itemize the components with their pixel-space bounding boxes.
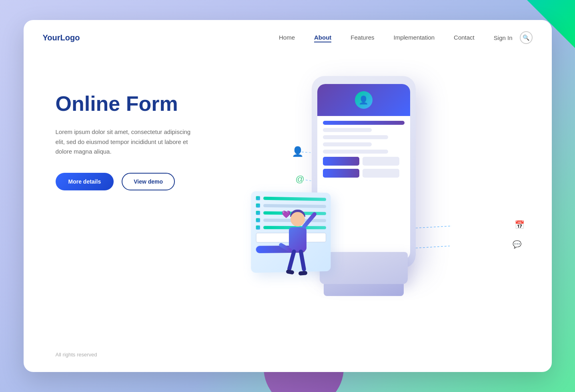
char-leg-left: [286, 249, 296, 272]
navbar: YourLogo Home About Features Implementat…: [24, 20, 552, 44]
phone-pedestal: [320, 252, 408, 284]
char-body: [289, 227, 307, 251]
phone-avatar: [355, 91, 373, 109]
form-check-2: [256, 204, 260, 208]
nav-item-home[interactable]: Home: [279, 34, 295, 41]
phone-field-1: [323, 121, 405, 125]
char-head: [291, 212, 305, 226]
phone-field-3: [323, 135, 388, 139]
search-icon: 🔍: [523, 34, 529, 41]
form-check-1: [256, 196, 260, 200]
logo: YourLogo: [43, 33, 80, 42]
form-line-1: [263, 197, 326, 201]
more-details-button[interactable]: More details: [56, 173, 114, 190]
nav-link-features[interactable]: Features: [351, 34, 374, 41]
nav-link-about[interactable]: About: [314, 34, 331, 42]
hero-title: Online Form: [56, 92, 224, 116]
svg-line-3: [416, 226, 452, 228]
hero-illustration: 👤 @ 💜 📅 💬: [240, 68, 533, 348]
phone-field-5: [323, 150, 388, 154]
phone-field-sm-2: [363, 157, 399, 166]
form-row-1: [256, 196, 326, 201]
form-check-5: [256, 226, 260, 230]
phone-field-sm-4: [363, 169, 399, 178]
float-at-icon: @: [296, 174, 305, 184]
nav-right: Sign In 🔍: [494, 31, 533, 44]
form-check-3: [256, 211, 260, 215]
float-heart-icon: 💜: [282, 210, 291, 219]
form-check-4: [256, 218, 260, 222]
nav-links: Home About Features Implementation Conta…: [279, 34, 475, 41]
char-foot-right: [299, 271, 308, 276]
phone-screen: [317, 84, 410, 260]
form-line-2: [263, 204, 326, 208]
nav-link-home[interactable]: Home: [279, 34, 295, 41]
nav-link-implementation[interactable]: Implementation: [394, 34, 435, 41]
character-figure: [272, 212, 324, 304]
char-leg-right: [299, 249, 306, 272]
phone-field-group: [323, 157, 405, 166]
phone-field-sm-1: [323, 157, 360, 166]
phone-field-sm-3: [323, 169, 360, 178]
hero-section: Online Form Lorem ipsum dolor sit amet, …: [24, 44, 552, 364]
signin-link[interactable]: Sign In: [494, 34, 513, 41]
form-row-2: [256, 204, 326, 208]
phone-field-4: [323, 142, 372, 146]
float-chat-icon: 💬: [513, 240, 521, 249]
char-foot-left: [286, 269, 294, 274]
phone-header: [317, 84, 410, 116]
nav-item-implementation[interactable]: Implementation: [394, 34, 435, 41]
phone-field-2: [323, 128, 372, 132]
nav-item-about[interactable]: About: [314, 34, 331, 41]
button-group: More details View demo: [56, 173, 224, 190]
hero-text: Online Form Lorem ipsum dolor sit amet, …: [56, 68, 224, 190]
main-card: YourLogo Home About Features Implementat…: [24, 20, 552, 372]
phone-form-fields: [317, 116, 410, 182]
phone-field-group-2: [323, 169, 405, 178]
nav-item-contact[interactable]: Contact: [454, 34, 475, 41]
search-button[interactable]: 🔍: [520, 31, 533, 44]
footer-text: All rights reserved: [56, 352, 97, 358]
nav-item-features[interactable]: Features: [351, 34, 374, 41]
hero-description: Lorem ipsum dolor sit amet, consectetur …: [56, 127, 200, 157]
svg-line-4: [416, 246, 450, 248]
float-calendar-icon: 📅: [515, 220, 525, 230]
float-person-icon: 👤: [292, 146, 304, 157]
view-demo-button[interactable]: View demo: [122, 173, 175, 190]
nav-link-contact[interactable]: Contact: [454, 34, 475, 41]
